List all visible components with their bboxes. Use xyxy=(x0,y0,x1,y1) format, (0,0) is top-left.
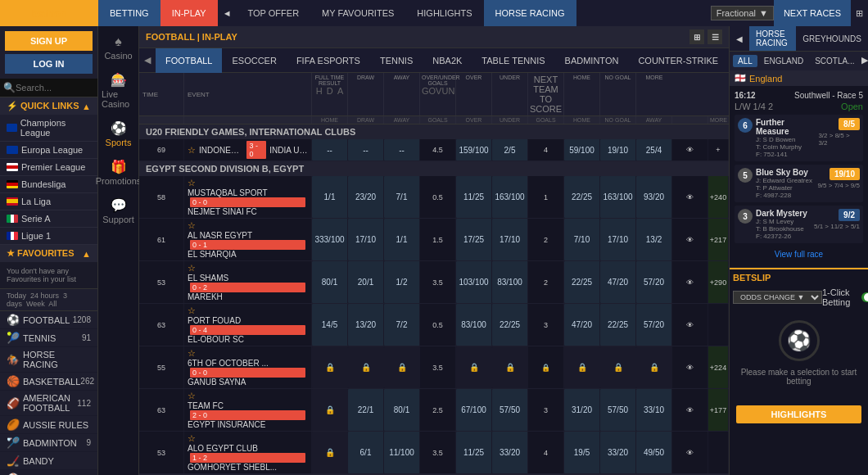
m58-nts-h[interactable]: 22/25 xyxy=(564,176,600,218)
runner-5-odds[interactable]: 19/10 xyxy=(830,168,860,180)
favourites-header[interactable]: ★ FAVOURITES ▲ xyxy=(0,245,97,262)
view-full-race[interactable]: View full race xyxy=(735,247,863,262)
tab-counter-strike[interactable]: COUNTER-STRIKE xyxy=(628,48,728,73)
match-69-nts-away[interactable]: 25/4 xyxy=(636,139,672,161)
match-row-63b[interactable]: 63 ☆ TEAM FC 2 - 0 EGYPT INSURANCE 🔒 22/… xyxy=(139,389,729,432)
m63a-eye[interactable]: 👁 xyxy=(672,304,708,346)
m63b-nts-ng[interactable]: 57/50 xyxy=(600,389,636,431)
match-row-63a[interactable]: 63 ☆ PORT FOUAD 0 - 4 EL-OBOUR SC 14/5 1… xyxy=(139,304,729,346)
sport-american-football[interactable]: 🏈AMERICAN FOOTBALL 112 xyxy=(0,391,97,416)
m53a-more[interactable]: +290 xyxy=(708,261,729,303)
runner-6-odds[interactable]: 8/5 xyxy=(839,118,860,130)
m53a-under[interactable]: 83/100 xyxy=(492,261,528,303)
match-row-58[interactable]: 58 ☆ MUSTAQBAL SPORT 0 - 0 NEJMET SINAI … xyxy=(139,176,729,219)
tab-esoccer[interactable]: ESOCCER xyxy=(222,48,286,73)
fractional-selector[interactable]: Fractional ▼ xyxy=(711,6,774,20)
m58-home[interactable]: 1/1 xyxy=(312,176,348,218)
match-69-nts-home[interactable]: 59/100 xyxy=(564,139,600,161)
next-races-button[interactable]: NEXT RACES xyxy=(774,0,851,26)
grid-view-icon[interactable]: ⊞ xyxy=(689,29,704,44)
m58-more[interactable]: +240 xyxy=(708,176,729,218)
nav-collapse-arrow[interactable]: ◄ xyxy=(218,0,237,26)
match-row-69[interactable]: 69 ☆ INDONESIA 3 - 0 INDIA U20 -- -- -- … xyxy=(139,139,729,161)
m63a-nts-a[interactable]: 57/20 xyxy=(636,304,672,346)
m61-nts-h[interactable]: 7/10 xyxy=(564,219,600,260)
nav-top-offer[interactable]: TOP OFFER xyxy=(237,0,311,26)
m58-star[interactable]: ☆ xyxy=(188,178,308,188)
m53b-away[interactable]: 11/100 xyxy=(384,432,420,473)
m55-star[interactable]: ☆ xyxy=(188,348,308,359)
sport-horse-racing[interactable]: 🏇HORSE RACING xyxy=(0,347,97,373)
m63a-more[interactable] xyxy=(708,304,729,346)
m63b-over[interactable]: 67/100 xyxy=(456,389,492,431)
tabs-left-arrow[interactable]: ◀ xyxy=(139,48,156,73)
sport-badminton[interactable]: 🏸BADMINTON 9 xyxy=(0,434,97,452)
m63a-under[interactable]: 22/25 xyxy=(492,304,528,346)
m58-draw[interactable]: 23/20 xyxy=(348,176,384,218)
m63a-away[interactable]: 7/2 xyxy=(384,304,420,346)
country-all[interactable]: ALL xyxy=(733,55,757,67)
nav-betting[interactable]: BETTING xyxy=(98,0,160,26)
m53a-over[interactable]: 103/100 xyxy=(456,261,492,303)
races-grid-icon[interactable]: ⊞ xyxy=(851,8,868,19)
m63a-draw[interactable]: 13/20 xyxy=(348,304,384,346)
m61-draw[interactable]: 17/10 xyxy=(348,219,384,260)
tab-table-tennis[interactable]: TABLE TENNIS xyxy=(472,48,554,73)
m63a-home[interactable]: 14/5 xyxy=(312,304,348,346)
nav-in-play[interactable]: IN-PLAY xyxy=(160,0,218,26)
match-row-53b[interactable]: 53 ☆ ALO EGYPT CLUB 1 - 2 GOMHORYET SHEB… xyxy=(139,432,729,474)
nav-left-arrow[interactable]: ◀ xyxy=(730,31,749,47)
tab-greyhounds[interactable]: GREYHOUNDS xyxy=(796,31,868,47)
m61-under[interactable]: 17/10 xyxy=(492,219,528,260)
tab-football[interactable]: FOOTBALL xyxy=(156,48,222,73)
match-69-under[interactable]: 2/5 xyxy=(492,139,528,161)
m63b-more[interactable]: +177 xyxy=(708,389,729,431)
sign-up-button[interactable]: SIGN UP xyxy=(5,31,93,51)
m61-star[interactable]: ☆ xyxy=(188,220,308,231)
quick-link-premier[interactable]: Premier League xyxy=(0,159,97,176)
m55-more[interactable]: +224 xyxy=(708,346,729,388)
m53a-eye[interactable]: 👁 xyxy=(672,261,708,303)
m53b-under[interactable]: 33/20 xyxy=(492,432,528,473)
m63b-under[interactable]: 57/50 xyxy=(492,389,528,431)
match-row-53a[interactable]: 53 ☆ EL SHAMS 0 - 2 MAREKH 80/1 20/1 1/2… xyxy=(139,261,729,304)
match-69-eye[interactable]: 👁 xyxy=(672,139,708,161)
odds-change-select[interactable]: ODDS CHANGE ▼ xyxy=(733,291,822,304)
sport-tennis[interactable]: 🎾TENNIS 91 xyxy=(0,329,97,347)
m53b-more[interactable] xyxy=(708,432,729,473)
m63b-nts-h[interactable]: 31/20 xyxy=(564,389,600,431)
quick-link-seriea[interactable]: Serie A xyxy=(0,210,97,228)
m55-eye[interactable]: 👁 xyxy=(672,346,708,388)
match-69-over[interactable]: 159/100 xyxy=(456,139,492,161)
quick-link-bundesliga[interactable]: Bundesliga xyxy=(0,176,97,193)
match-row-55[interactable]: 55 ☆ 6TH OF OCTOBER ... 0 - 0 GANUB SAYN… xyxy=(139,346,729,389)
match-row-61[interactable]: 61 ☆ AL NASR EGYPT 0 - 1 EL SHARQIA 333/… xyxy=(139,219,729,261)
m61-nts-ng[interactable]: 17/10 xyxy=(600,219,636,260)
tab-horse-racing-right[interactable]: HORSE RACING xyxy=(749,26,796,51)
match-69-nts-nogoal[interactable]: 19/10 xyxy=(600,139,636,161)
quick-link-europa[interactable]: Europa League xyxy=(0,142,97,159)
m61-home[interactable]: 333/100 xyxy=(312,219,348,260)
m61-eye[interactable]: 👁 xyxy=(672,219,708,260)
tab-nba2k[interactable]: NBA2K xyxy=(423,48,472,73)
quick-link-champions[interactable]: Champions League xyxy=(0,115,97,142)
m53a-home[interactable]: 80/1 xyxy=(312,261,348,303)
m61-away[interactable]: 1/1 xyxy=(384,219,420,260)
search-input[interactable] xyxy=(16,83,98,93)
m63b-draw[interactable]: 22/1 xyxy=(348,389,384,431)
m53b-draw[interactable]: 6/1 xyxy=(348,432,384,473)
side-nav-support[interactable]: 💬 Support xyxy=(98,192,138,229)
nav-highlights[interactable]: HIGHLIGHTS xyxy=(405,0,483,26)
m58-over[interactable]: 11/25 xyxy=(456,176,492,218)
m63b-nts-a[interactable]: 33/10 xyxy=(636,389,672,431)
quick-link-laliga[interactable]: La Liga xyxy=(0,193,97,210)
right-panel-arrow[interactable]: ▶ xyxy=(861,55,868,67)
m53b-star[interactable]: ☆ xyxy=(188,433,308,444)
sport-bandy[interactable]: 🏒BANDY xyxy=(0,452,97,470)
m58-away[interactable]: 7/1 xyxy=(384,176,420,218)
m63a-over[interactable]: 83/100 xyxy=(456,304,492,346)
m53a-away[interactable]: 1/2 xyxy=(384,261,420,303)
match-69-away[interactable]: -- xyxy=(384,139,420,161)
tab-tennis[interactable]: TENNIS xyxy=(370,48,423,73)
match-69-draw[interactable]: -- xyxy=(348,139,384,161)
